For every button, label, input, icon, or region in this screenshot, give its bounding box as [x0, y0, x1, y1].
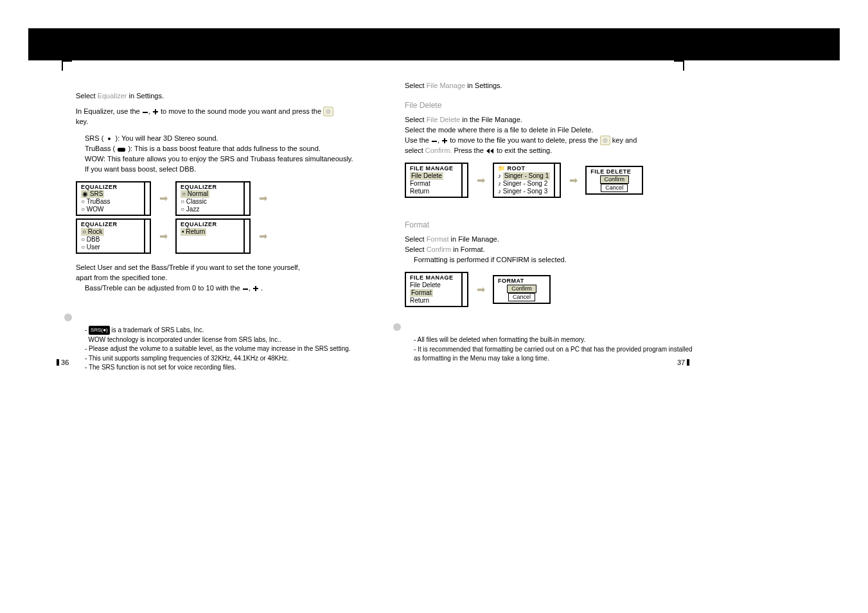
- list-item: Singer - Song 2: [503, 180, 548, 187]
- text: Use the: [405, 136, 431, 144]
- text: in Settings.: [467, 82, 502, 89]
- list-item: ◉ SRS: [81, 190, 104, 198]
- text: Select: [405, 82, 427, 89]
- list-item: ○ Jazz: [181, 206, 240, 213]
- eq-panel-c: EQUALIZER ○ Rock ○ DBB ○ User: [76, 218, 145, 254]
- text: ): You will hear 3D Stereo sound.: [115, 134, 218, 142]
- cancel-button[interactable]: Cancel: [508, 293, 535, 301]
- note: is a trademark of SRS Labs, Inc.: [112, 326, 204, 333]
- panel-title: EQUALIZER: [81, 221, 140, 228]
- right-page: Select File Manage in Settings. File Del…: [405, 66, 713, 364]
- panel-title: FORMAT: [498, 278, 545, 285]
- note: as formatting in the Menu may take a lon…: [405, 354, 713, 364]
- scrollbar: [463, 163, 468, 198]
- text: in File Manage.: [451, 235, 499, 243]
- page-header-blackbar: [28, 28, 840, 60]
- note: WOW technology is incorporated under lic…: [89, 336, 281, 343]
- text: Select: [405, 235, 427, 243]
- text: apart from the specified tone.: [76, 273, 384, 283]
- file-manage-panel: FILE MANAGE File Delete Format Return: [405, 272, 463, 307]
- panel-title: FILE MANAGE: [410, 165, 457, 172]
- text: In Equalizer, use the: [76, 107, 142, 115]
- page-number: 36: [61, 359, 69, 366]
- file-delete-panel: FILE DELETE Confirm Cancel: [585, 166, 643, 194]
- text: Select: [76, 92, 98, 100]
- scrollbar: [463, 272, 468, 307]
- svg-rect-4: [118, 148, 125, 152]
- note: - This unit supports sampling frequencie…: [76, 354, 384, 364]
- arrow-right-icon: ➡: [251, 229, 275, 244]
- plus-icon: [252, 285, 259, 292]
- text-em: Confirm: [427, 245, 452, 253]
- page-number-right: 37: [677, 359, 689, 366]
- confirm-button[interactable]: Confirm: [507, 285, 536, 293]
- arrow-right-icon: ➡: [468, 173, 493, 188]
- panel-title: ROOT: [508, 165, 526, 172]
- arrow-right-icon: ➡: [561, 173, 585, 188]
- text-em: Confirm.: [425, 147, 452, 154]
- note-bullet-icon: [393, 323, 401, 331]
- srs-logo-icon: SRS(●): [89, 326, 110, 335]
- crop-mark-tl: [62, 60, 72, 71]
- plus-icon: [441, 138, 448, 144]
- list-item: ○ DBB: [81, 236, 140, 244]
- left-page: Select Equalizer in Settings. In Equaliz…: [76, 66, 384, 373]
- note: - The SRS function is not set for voice …: [76, 363, 384, 373]
- select-key-icon: ◎: [323, 107, 333, 116]
- panel-title: EQUALIZER: [181, 221, 240, 228]
- svg-rect-7: [253, 288, 258, 289]
- text-em: Equalizer: [98, 92, 127, 100]
- text: key.: [76, 117, 384, 127]
- text: key and: [612, 136, 637, 144]
- list-item: ○ WOW: [81, 206, 140, 213]
- list-item: Format: [410, 289, 433, 297]
- text: Press the: [454, 147, 486, 154]
- minus-icon: [431, 139, 438, 144]
- svg-rect-8: [432, 141, 437, 142]
- file-manage-panel: FILE MANAGE File Delete Format Return: [405, 163, 463, 198]
- plus-icon: [152, 109, 159, 115]
- scrollbar: [145, 181, 151, 217]
- rewind-icon: [486, 148, 495, 154]
- arrow-right-icon: ➡: [251, 191, 275, 206]
- select-key-icon: ◎: [600, 136, 610, 145]
- list-item: ○ Rock: [81, 228, 104, 236]
- eq-row-2: EQUALIZER ○ Rock ○ DBB ○ User ➡ EQUALIZE…: [76, 218, 384, 254]
- cancel-button[interactable]: Cancel: [601, 184, 628, 192]
- text: WOW: This feature allows you to enjoy th…: [85, 154, 384, 164]
- eq-panel-b: EQUALIZER ○ Normal ○ Classic ○ Jazz: [175, 181, 245, 217]
- srs-dot-icon: [105, 136, 113, 142]
- file-delete-row: FILE MANAGE File Delete Format Return ➡ …: [405, 163, 713, 198]
- list-item: ○ User: [81, 244, 140, 251]
- list-item: • Return: [181, 228, 206, 236]
- eq-panel-d: EQUALIZER • Return: [175, 218, 245, 254]
- text: If you want bass boost, select DBB.: [85, 164, 384, 175]
- panel-title: FILE MANAGE: [410, 274, 457, 281]
- text: in Format.: [453, 245, 485, 253]
- text: to exit the setting.: [497, 147, 552, 154]
- text: in Settings.: [129, 92, 164, 100]
- list-item: Singer - Song 3: [503, 188, 548, 195]
- list-item: File Delete: [410, 172, 443, 180]
- panel-title: EQUALIZER: [81, 184, 140, 191]
- text: Select the mode where there is a file to…: [405, 125, 713, 136]
- confirm-button[interactable]: Confirm: [600, 175, 630, 184]
- minus-icon: [242, 287, 249, 292]
- svg-rect-5: [243, 289, 248, 290]
- list-item: Return: [410, 188, 457, 195]
- scrollbar: [245, 181, 251, 217]
- text: in the File Manage.: [462, 116, 522, 123]
- arrow-right-icon: ➡: [151, 229, 175, 244]
- text: Select: [405, 245, 427, 253]
- text: Formatting is performed if CONFIRM is se…: [405, 255, 713, 265]
- section-heading: File Delete: [405, 100, 713, 111]
- section-heading: Format: [405, 220, 713, 231]
- eq-row-1: EQUALIZER ◉ SRS ○ TruBass ○ WOW ➡ EQUALI…: [76, 181, 384, 217]
- list-item: Return: [410, 297, 457, 305]
- list-item: File Delete: [410, 281, 457, 289]
- scrollbar: [145, 218, 151, 254]
- text-em: File Delete: [427, 116, 461, 123]
- svg-rect-2: [153, 111, 158, 112]
- text: Select User and set the Bass/Treble if y…: [76, 263, 384, 273]
- panel-title: FILE DELETE: [590, 168, 638, 175]
